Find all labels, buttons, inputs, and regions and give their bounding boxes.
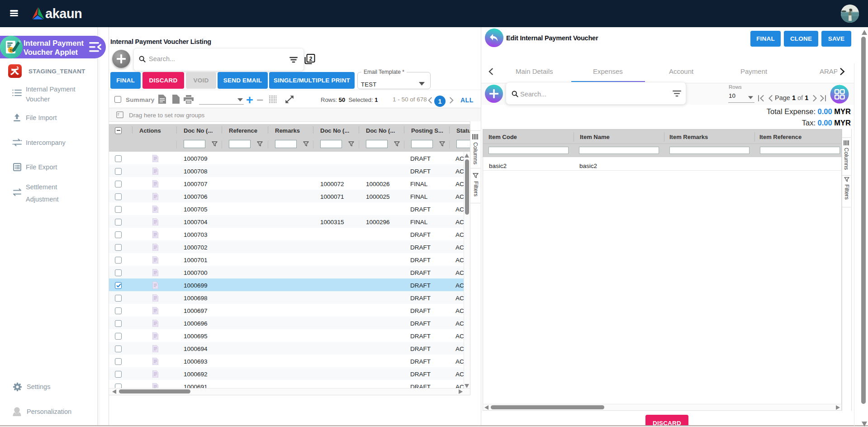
svg-text:2: 2: [309, 56, 313, 62]
